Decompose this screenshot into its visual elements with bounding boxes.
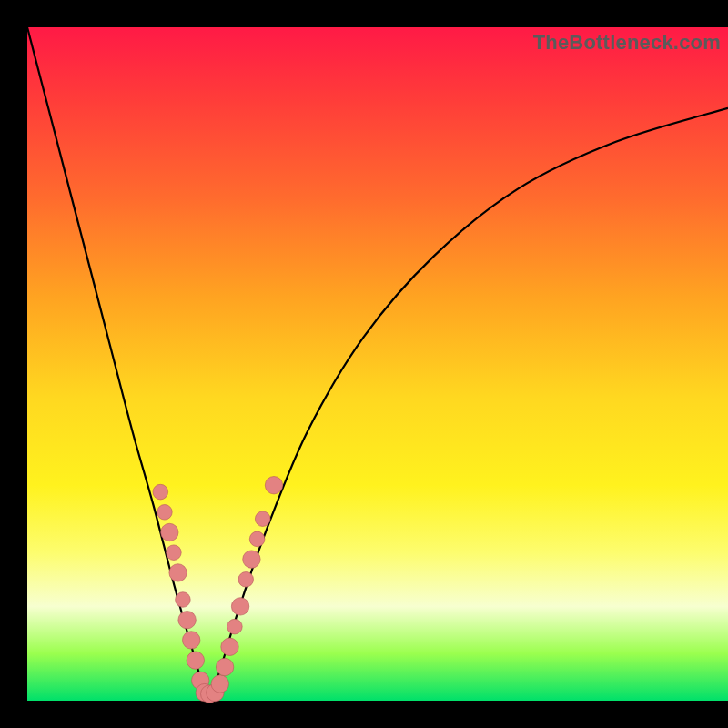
curve-svg (27, 27, 728, 701)
data-marker (153, 484, 168, 500)
data-marker (178, 612, 196, 629)
data-marker (243, 551, 260, 568)
data-marker (216, 658, 233, 675)
data-marker (176, 592, 191, 608)
data-marker (255, 511, 270, 527)
data-marker (221, 638, 238, 655)
data-marker (265, 477, 282, 494)
data-marker (161, 523, 178, 541)
data-marker (228, 619, 243, 634)
data-marker (211, 675, 228, 693)
data-markers (153, 477, 283, 703)
chart-frame: TheBottleneck.com (0, 0, 728, 728)
data-marker (187, 652, 204, 669)
data-marker (238, 572, 254, 588)
data-marker (231, 598, 248, 615)
data-marker (167, 545, 182, 561)
data-marker (183, 632, 200, 649)
plot-area: TheBottleneck.com (27, 27, 728, 701)
data-marker (169, 564, 187, 581)
bottleneck-curve (27, 27, 728, 695)
data-marker (157, 505, 173, 521)
data-marker (249, 531, 265, 547)
